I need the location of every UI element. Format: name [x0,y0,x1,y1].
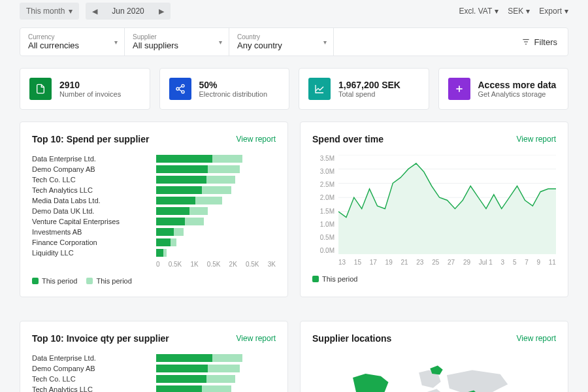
view-report-link[interactable]: View report [517,135,556,144]
filter-value: All currencies [28,41,116,50]
hbar-label: Data Enterprise Ltd. [32,354,156,362]
hbar-track [156,176,276,184]
legend-item: This period [32,277,77,285]
filters-label: Filters [534,37,557,47]
view-report-link[interactable]: View report [517,334,556,343]
card-distribution: 50%Electronic distribution [159,68,290,110]
card-label: Number of invoices [59,90,121,98]
hbar-track [156,155,276,163]
date-navigator: ◀ Jun 2020 ▶ [86,3,170,20]
hbar-track [156,249,276,257]
svg-line-6 [178,86,182,88]
hbar-label: Tech Analytics LLC [32,385,156,392]
filter-bar: Currency All currencies ▾ Supplier All s… [20,27,568,56]
hbar-row: Tech Co. LLC [32,176,276,184]
chevron-down-icon: ▾ [114,39,118,46]
hbar-track [156,165,276,173]
hbar-label: Tech Analytics LLC [32,186,156,194]
legend-item: This period [86,277,131,285]
card-value: Access more data [478,80,557,90]
chevron-down-icon: ▾ [323,39,327,46]
svg-point-4 [176,88,179,90]
export-button[interactable]: Export ▾ [539,7,568,16]
filter-currency[interactable]: Currency All currencies ▾ [20,28,125,56]
period-selector[interactable]: This month ▾ [20,3,79,20]
hbar-row: Data Enterprise Ltd. [32,155,276,163]
hbar-row: Media Data Labs Ltd. [32,197,276,204]
document-icon [29,78,52,100]
hbar-row: Investments AB [32,228,276,236]
hbar-row: Tech Co. LLC [32,375,276,383]
filter-value: Any country [237,41,325,50]
card-value: 50% [199,80,268,90]
filter-supplier[interactable]: Supplier All suppliers ▾ [125,28,229,56]
chevron-down-icon: ▾ [69,7,73,16]
hbar-chart: Data Enterprise Ltd.Demo Company ABTech … [32,155,276,257]
hbar-chart: Data Enterprise Ltd.Demo Company ABTech … [32,354,276,392]
chevron-down-icon: ▾ [495,7,498,16]
panel-invoice-qty: Top 10: Invoice qty per supplier View re… [20,321,288,392]
filter-label: Currency [28,33,116,41]
hbar-label: Demo Data UK Ltd. [32,207,156,215]
plus-icon [448,78,470,100]
currency-toggle[interactable]: SEK ▾ [508,7,530,16]
legend-item: This period [312,275,357,283]
prev-arrow[interactable]: ◀ [87,5,103,18]
hbar-row: Data Enterprise Ltd. [32,354,276,362]
panel-title: Top 10: Invoice qty per supplier [32,333,169,344]
chevron-down-icon: ▾ [526,7,530,16]
panel-supplier-locations: Supplier locations View report [300,321,568,392]
hbar-track [156,228,276,236]
date-label: Jun 2020 [105,4,150,18]
view-report-link[interactable]: View report [237,135,276,144]
vat-toggle[interactable]: Excl. VAT ▾ [459,7,498,16]
world-map [312,354,556,392]
chart-icon [308,78,331,100]
hbar-track [156,238,276,246]
hbar-row: Venture Capital Enterprises [32,218,276,225]
hbar-track [156,207,276,215]
filter-country[interactable]: Country Any country ▾ [229,28,334,56]
hbar-row: Tech Analytics LLC [32,385,276,392]
hbar-label: Finance Corporation [32,238,156,246]
hbar-label: Media Data Labs Ltd. [32,197,156,204]
hbar-row: Finance Corporation [32,238,276,246]
svg-point-5 [182,91,184,93]
panel-title: Spend over time [312,134,384,144]
hbar-label: Tech Co. LLC [32,176,156,184]
hbar-row: Liquidity LLC [32,249,276,257]
card-access[interactable]: Access more dataGet Analytics storage [438,68,569,110]
hbar-label: Venture Capital Enterprises [32,218,156,225]
chevron-down-icon: ▾ [564,7,568,16]
next-arrow[interactable]: ▶ [154,5,169,18]
share-icon [169,78,191,100]
card-label: Total spend [338,90,400,98]
period-label: This month [26,7,65,16]
chevron-down-icon: ▾ [219,39,222,46]
hbar-track [156,197,276,204]
panel-spend-time: Spend over time View report 3.5M3.0M2.5M… [300,122,568,297]
hbar-label: Demo Company AB [32,165,156,173]
panel-title: Supplier locations [312,333,391,344]
view-report-link[interactable]: View report [237,334,276,343]
hbar-row: Demo Company AB [32,165,276,173]
hbar-track [156,218,276,225]
hbar-track [156,385,276,392]
filters-button[interactable]: Filters [511,28,568,56]
hbar-label: Demo Company AB [32,365,156,372]
hbar-row: Demo Data UK Ltd. [32,207,276,215]
filter-value: All suppliers [133,41,221,50]
card-spend: 1,967,200 SEKTotal spend [299,68,429,110]
card-value: 1,967,200 SEK [338,80,400,90]
svg-line-7 [178,90,182,91]
card-label: Electronic distribution [199,90,268,98]
svg-point-3 [182,84,184,87]
card-invoices: 2910Number of invoices [20,68,150,110]
filter-label: Supplier [133,33,221,41]
hbar-track [156,186,276,194]
hbar-label: Data Enterprise Ltd. [32,155,156,163]
hbar-row: Tech Analytics LLC [32,186,276,194]
hbar-track [156,365,276,372]
filter-icon [521,37,531,46]
panel-title: Top 10: Spend per supplier [32,134,149,144]
